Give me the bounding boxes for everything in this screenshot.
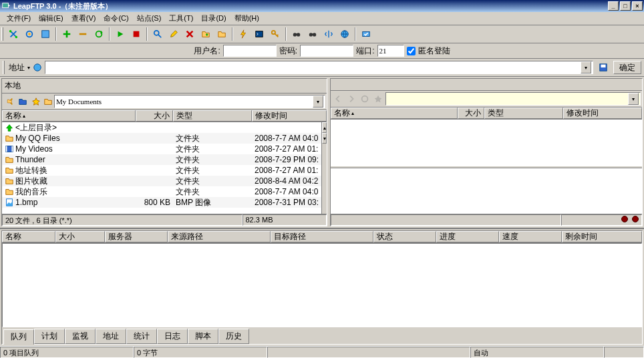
back-icon[interactable] bbox=[3, 96, 15, 108]
list-row[interactable]: 1.bmp 800 KB BMP 图像 2008-7-31 PM 03: bbox=[2, 197, 321, 208]
col-size[interactable]: 大小 bbox=[458, 108, 484, 119]
chevron-down-icon[interactable]: ▾ bbox=[628, 93, 639, 105]
col-dst[interactable]: 目标路径 bbox=[271, 231, 373, 242]
favorites-icon[interactable] bbox=[30, 96, 42, 108]
menu-file[interactable]: 文件(F) bbox=[3, 12, 35, 25]
plus-icon[interactable] bbox=[59, 27, 74, 41]
tab-address[interactable]: 地址 bbox=[96, 329, 126, 344]
save-icon[interactable] bbox=[596, 60, 611, 75]
forward-icon[interactable] bbox=[17, 96, 29, 108]
tab-queue[interactable]: 队列 bbox=[3, 329, 34, 345]
list-row[interactable]: My Videos 文件夹 2008-7-27 AM 01: bbox=[2, 144, 321, 154]
menu-edit[interactable]: 编辑(E) bbox=[35, 12, 67, 25]
list-row-up[interactable]: <上层目录> bbox=[2, 122, 321, 133]
compare-icon[interactable] bbox=[321, 27, 336, 41]
col-name[interactable]: 名称 bbox=[2, 231, 55, 242]
menu-help[interactable]: 帮助(H) bbox=[230, 12, 263, 25]
menu-dir[interactable]: 目录(D) bbox=[197, 12, 230, 25]
chevron-down-icon[interactable]: ▾ bbox=[313, 96, 323, 108]
anonymous-label: 匿名登陆 bbox=[418, 45, 450, 57]
svg-rect-0 bbox=[3, 3, 9, 8]
remote-log[interactable] bbox=[331, 168, 642, 214]
col-status[interactable]: 状态 bbox=[373, 231, 436, 242]
col-remain[interactable]: 剩余时间 bbox=[562, 231, 642, 242]
col-name[interactable]: 名称 ▴ bbox=[331, 108, 458, 119]
remote-path-select[interactable]: ▾ bbox=[385, 92, 641, 106]
address-input[interactable]: ▾ bbox=[45, 61, 593, 74]
minimize-button[interactable]: _ bbox=[608, 1, 619, 11]
local-file-list[interactable]: <上层目录> My QQ Files 文件夹 2008-7-7 AM 04:0 … bbox=[2, 122, 327, 214]
bolt-icon[interactable] bbox=[236, 27, 251, 41]
refresh-icon[interactable] bbox=[92, 27, 106, 41]
status-bar: 0 项目队列 0 字节 自动 bbox=[0, 346, 644, 358]
terminal-icon[interactable] bbox=[252, 27, 267, 41]
col-mtime[interactable]: 修改时间 bbox=[563, 108, 642, 119]
tab-log[interactable]: 日志 bbox=[157, 329, 188, 344]
tab-stats[interactable]: 统计 bbox=[126, 329, 157, 344]
col-type[interactable]: 类型 bbox=[173, 110, 252, 122]
tab-history[interactable]: 历史 bbox=[218, 329, 249, 344]
connect-icon[interactable] bbox=[6, 27, 21, 41]
col-progress[interactable]: 进度 bbox=[436, 231, 499, 242]
svg-rect-23 bbox=[6, 146, 7, 152]
port-input[interactable] bbox=[377, 45, 404, 57]
tab-plan[interactable]: 计划 bbox=[34, 329, 65, 344]
col-src[interactable]: 来源路径 bbox=[168, 231, 271, 242]
svg-point-2 bbox=[15, 36, 18, 39]
username-input[interactable] bbox=[223, 45, 277, 57]
menu-tools[interactable]: 工具(T) bbox=[165, 12, 197, 25]
queue-list[interactable] bbox=[2, 243, 642, 327]
openfolder-icon[interactable] bbox=[214, 27, 229, 41]
search-icon[interactable] bbox=[150, 27, 165, 41]
col-mtime[interactable]: 修改时间 bbox=[252, 110, 327, 122]
maximize-button[interactable]: □ bbox=[620, 1, 631, 11]
globe-icon[interactable] bbox=[337, 27, 352, 41]
minus-icon[interactable] bbox=[75, 27, 90, 41]
scroll-down-icon[interactable]: ▾ bbox=[322, 133, 327, 144]
list-row[interactable]: My QQ Files 文件夹 2008-7-7 AM 04:0 bbox=[2, 133, 321, 144]
col-name[interactable]: 名称 ▴ bbox=[2, 110, 136, 122]
stop-icon[interactable] bbox=[129, 27, 144, 41]
menu-site[interactable]: 站点(S) bbox=[133, 12, 166, 25]
list-row[interactable]: 图片收藏 文件夹 2008-8-4 AM 04:2 bbox=[2, 176, 321, 186]
folder-icon bbox=[5, 166, 14, 175]
menu-view[interactable]: 查看(V) bbox=[67, 12, 100, 25]
local-pane: 本地 My Documents ▾ 名称 ▴ 大小 类型 修改时间 bbox=[1, 78, 327, 226]
newfolder-icon[interactable] bbox=[198, 27, 213, 41]
scroll-up-icon[interactable]: ▴ bbox=[322, 122, 327, 133]
binoculars2-icon[interactable] bbox=[305, 27, 320, 41]
play-icon[interactable] bbox=[113, 27, 128, 41]
remote-file-list[interactable] bbox=[331, 120, 642, 166]
queue-pane: 名称 大小 服务器 来源路径 目标路径 状态 进度 速度 剩余时间 队列 计划 … bbox=[1, 230, 643, 345]
port-label: 端口: bbox=[356, 45, 374, 57]
list-row[interactable]: 地址转换 文件夹 2008-7-27 AM 01: bbox=[2, 165, 321, 176]
col-server[interactable]: 服务器 bbox=[105, 231, 168, 242]
list-row[interactable]: Thunder 文件夹 2008-7-29 PM 09: bbox=[2, 154, 321, 165]
check-icon[interactable] bbox=[359, 27, 373, 41]
folder-icon bbox=[5, 134, 14, 143]
binoculars-icon[interactable] bbox=[289, 27, 304, 41]
tab-script[interactable]: 脚本 bbox=[188, 329, 218, 344]
local-path-select[interactable]: My Documents ▾ bbox=[54, 95, 325, 108]
list-row[interactable]: 我的音乐 文件夹 2008-7-7 AM 04:0 bbox=[2, 186, 321, 197]
delete-icon[interactable] bbox=[182, 27, 197, 41]
ok-button[interactable]: 确定 bbox=[613, 61, 641, 74]
password-input[interactable] bbox=[300, 45, 353, 57]
up-arrow-icon bbox=[5, 123, 14, 132]
chevron-down-icon[interactable]: ▾ bbox=[581, 61, 591, 73]
col-size[interactable]: 大小 bbox=[136, 110, 173, 122]
close-button[interactable]: × bbox=[632, 1, 643, 11]
sites-icon[interactable] bbox=[38, 27, 53, 41]
anonymous-checkbox[interactable] bbox=[407, 47, 416, 55]
main-toolbar bbox=[0, 25, 644, 43]
gear-icon[interactable] bbox=[22, 27, 37, 41]
key-icon[interactable] bbox=[268, 27, 283, 41]
image-file-icon bbox=[5, 198, 14, 207]
col-size[interactable]: 大小 bbox=[55, 231, 105, 242]
scrollbar[interactable]: ▴ ▾ bbox=[321, 122, 327, 214]
edit-icon[interactable] bbox=[166, 27, 181, 41]
col-type[interactable]: 类型 bbox=[484, 108, 563, 119]
menu-command[interactable]: 命令(C) bbox=[100, 12, 132, 25]
tab-monitor[interactable]: 监视 bbox=[65, 329, 96, 344]
col-speed[interactable]: 速度 bbox=[499, 231, 562, 242]
